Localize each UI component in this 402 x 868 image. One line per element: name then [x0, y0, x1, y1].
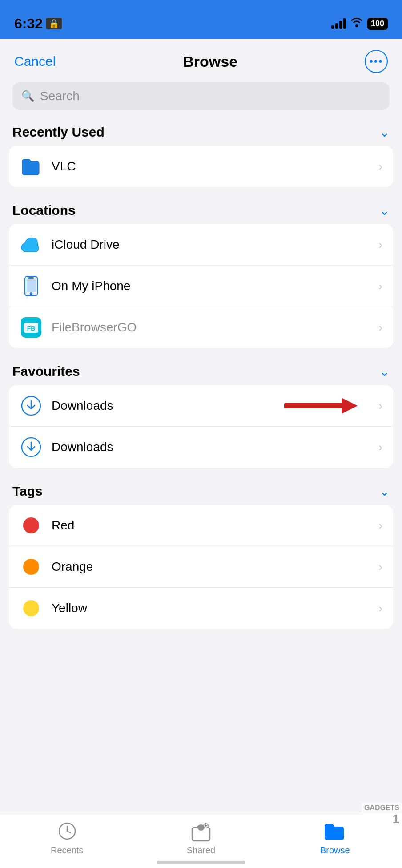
downloads-circle-icon-2: [20, 436, 43, 459]
favourites-chevron[interactable]: ⌄: [379, 364, 390, 379]
icloud-chevron-icon: ›: [378, 238, 382, 252]
locations-header: Locations ⌄: [0, 198, 402, 224]
lock-status-icon: 🔒: [46, 18, 62, 29]
list-item[interactable]: VLC ›: [9, 146, 393, 187]
locations-list: iCloud Drive › On My iPhone ›: [9, 224, 393, 348]
list-item[interactable]: Yellow ›: [9, 588, 393, 629]
tab-recents[interactable]: Recents: [40, 820, 94, 856]
home-indicator: [157, 861, 245, 864]
favourites-header: Favourites ⌄: [0, 359, 402, 385]
search-icon: 🔍: [21, 90, 35, 102]
search-container: 🔍 Search: [0, 78, 402, 119]
svg-point-2: [30, 292, 32, 295]
vlc-chevron-icon: ›: [378, 160, 382, 174]
favourites-title: Favourites: [12, 364, 80, 379]
tags-title: Tags: [12, 484, 43, 499]
recents-tab-label: Recents: [51, 845, 83, 856]
recently-used-header: Recently Used ⌄: [0, 119, 402, 146]
svg-text:FB: FB: [27, 325, 36, 332]
locations-title: Locations: [12, 203, 76, 218]
tags-section: Tags ⌄ Red › Orange ›: [0, 478, 402, 629]
browse-tab-label: Browse: [320, 845, 350, 856]
shared-tab-label: Shared: [187, 845, 216, 856]
more-dots-icon: •••: [369, 55, 383, 68]
red-tag-label: Red: [52, 518, 378, 533]
locations-chevron[interactable]: ⌄: [379, 203, 390, 218]
locations-section: Locations ⌄ iCloud Drive ›: [0, 198, 402, 348]
favourites-section: Favourites ⌄ Downloads ›: [0, 359, 402, 468]
status-bar: 6:32 🔒 100: [0, 0, 402, 39]
filebrowser-chevron-icon: ›: [378, 321, 382, 335]
cancel-button[interactable]: Cancel: [14, 54, 56, 69]
list-item[interactable]: Red ›: [9, 505, 393, 546]
content-scroll: Recently Used ⌄ VLC › Locations ⌄: [0, 119, 402, 702]
tags-header: Tags ⌄: [0, 478, 402, 505]
icloud-drive-label: iCloud Drive: [52, 238, 378, 252]
downloads-1-chevron-icon: ›: [378, 399, 382, 413]
yellow-tag-label: Yellow: [52, 601, 378, 615]
list-item[interactable]: On My iPhone ›: [9, 266, 393, 307]
search-bar[interactable]: 🔍 Search: [12, 82, 390, 110]
recently-used-list: VLC ›: [9, 146, 393, 187]
favourites-list: Downloads › Downloads ›: [9, 385, 393, 468]
list-item[interactable]: iCloud Drive ›: [9, 224, 393, 266]
orange-tag-label: Orange: [52, 560, 378, 574]
svg-rect-3: [27, 279, 36, 292]
icloud-icon: [20, 233, 43, 256]
on-my-iphone-label: On My iPhone: [52, 279, 378, 293]
battery-icon: 100: [367, 18, 388, 30]
recently-used-title: Recently Used: [12, 125, 105, 140]
signal-icon: [331, 18, 346, 29]
shared-icon: [189, 820, 213, 843]
status-time: 6:32 🔒: [14, 16, 62, 32]
tags-list: Red › Orange › Yellow ›: [9, 505, 393, 629]
downloads-label-2: Downloads: [52, 440, 378, 454]
filebrowser-icon: FB: [20, 316, 43, 339]
tab-shared[interactable]: Shared: [174, 820, 228, 856]
orange-chevron-icon: ›: [378, 560, 382, 574]
iphone-icon: [20, 275, 43, 298]
downloads-2-chevron-icon: ›: [378, 440, 382, 454]
red-chevron-icon: ›: [378, 519, 382, 533]
list-item[interactable]: FB FileBrowserGO ›: [9, 307, 393, 348]
yellow-chevron-icon: ›: [378, 602, 382, 615]
orange-tag-icon: [20, 555, 43, 578]
downloads-circle-icon: [20, 394, 43, 417]
list-item[interactable]: Orange ›: [9, 546, 393, 588]
recents-icon: [56, 820, 79, 843]
tab-bar: Recents Shared Browse: [0, 812, 402, 868]
status-icons: 100: [331, 17, 388, 30]
wifi-icon: [350, 17, 363, 30]
svg-rect-1: [28, 277, 34, 279]
list-item[interactable]: Downloads ›: [9, 427, 393, 468]
red-arrow-annotation: [284, 398, 358, 414]
yellow-tag-icon: [20, 597, 43, 620]
tab-browse[interactable]: Browse: [308, 820, 362, 856]
filebrowser-label: FileBrowserGO: [52, 320, 378, 335]
search-placeholder: Search: [40, 89, 80, 103]
browse-folder-icon: [323, 820, 346, 843]
red-tag-icon: [20, 514, 43, 537]
recently-used-chevron[interactable]: ⌄: [379, 125, 390, 140]
vlc-folder-icon: [20, 155, 43, 178]
iphone-chevron-icon: ›: [378, 279, 382, 293]
watermark: GADGETS 1: [362, 802, 402, 828]
tags-chevron[interactable]: ⌄: [379, 484, 390, 499]
vlc-label: VLC: [52, 159, 378, 174]
recently-used-section: Recently Used ⌄ VLC ›: [0, 119, 402, 187]
list-item[interactable]: Downloads ›: [9, 385, 393, 427]
nav-bar: Cancel Browse •••: [0, 39, 402, 78]
more-options-button[interactable]: •••: [365, 50, 388, 73]
page-title: Browse: [183, 53, 237, 70]
